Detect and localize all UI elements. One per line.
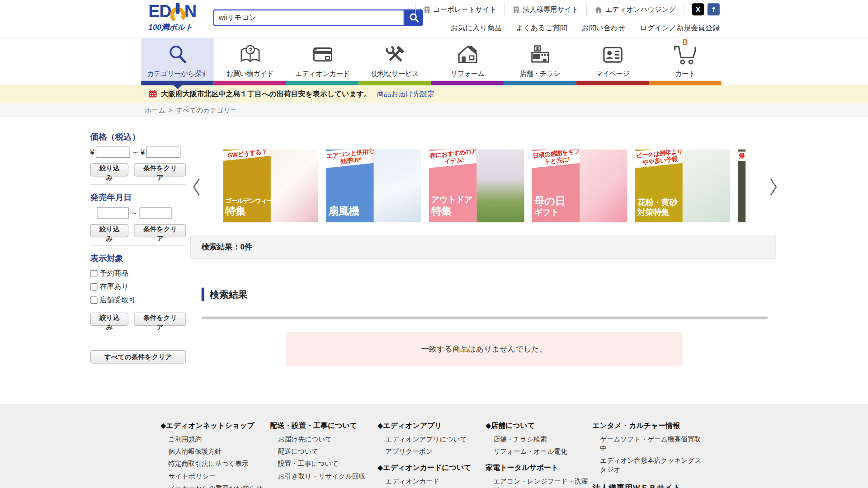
in-stock-checkbox[interactable] xyxy=(90,283,98,290)
footer-link[interactable]: 店舗・チラシ検索 xyxy=(493,435,591,444)
contact-link[interactable]: お問い合わせ xyxy=(581,23,625,33)
search-area xyxy=(213,9,423,26)
footer-link[interactable]: 個人情報保護方針 xyxy=(168,447,266,456)
nav-tab-reform[interactable]: リフォーム xyxy=(431,38,504,85)
nav-label: 店舗・チラシ xyxy=(520,69,560,79)
target-clear-button[interactable]: 条件をクリア xyxy=(134,313,186,326)
checkbox-preorder[interactable]: 予約商品 xyxy=(90,268,186,278)
banner-outdoor[interactable]: 春におすすめのアイテム! アウトドア特集 xyxy=(429,150,524,223)
login-register-link[interactable]: ログイン／新規会員登録 xyxy=(640,23,720,33)
nav-accent-bar xyxy=(431,81,504,85)
footer-link[interactable]: リフォーム・オール電化 xyxy=(493,447,591,456)
main-navigation: カテゴリーから探す ? お買い物ガイド エディオンカード xyxy=(0,38,868,84)
banner-mothers-day[interactable]: 日頃の感謝をギフトと共に! 母の日ギフト xyxy=(532,150,627,223)
price-min-input[interactable] xyxy=(96,146,130,157)
footer-link[interactable]: エディオンカード xyxy=(385,477,480,486)
breadcrumb-home[interactable]: ホーム xyxy=(145,105,165,115)
carousel-prev-arrow[interactable] xyxy=(192,178,201,197)
delivery-notice-text: 大阪府大阪市北区中之島１丁目への出荷目安を表示しています。 xyxy=(161,89,371,99)
release-clear-button[interactable]: 条件をクリア xyxy=(134,224,186,237)
banner-golden-week[interactable]: GWどうする？ ゴールデンウィーク特集 xyxy=(223,150,318,223)
target-filter-button[interactable]: 絞り込み xyxy=(90,313,129,326)
active-tab-pointer xyxy=(173,84,183,89)
footer-column-delivery: 配送・設置・工事について お届け先について 配送について 設置・工事について お… xyxy=(270,421,373,488)
footer-link[interactable]: ゲームソフト・ゲーム機高価買取中 xyxy=(600,435,703,453)
footer-link[interactable]: エディオンアプリについて xyxy=(385,435,480,444)
nav-label: リフォーム xyxy=(451,69,485,79)
preorder-checkbox[interactable] xyxy=(90,270,98,277)
nav-label: カテゴリーから探す xyxy=(147,69,208,79)
nav-tab-services[interactable]: 便利なサービス xyxy=(359,38,431,85)
corporate-site-link[interactable]: コーポレートサイト xyxy=(415,4,505,15)
calendar-photo xyxy=(271,150,318,223)
section-title: 検索結果 xyxy=(210,288,247,300)
delivery-settings-link[interactable]: 商品お届け先設定 xyxy=(377,89,434,99)
release-to-input[interactable] xyxy=(140,207,172,218)
checkbox-label: 在庫あり xyxy=(99,282,128,291)
banner-title: 特集 xyxy=(225,205,270,218)
nav-tab-shopping-guide[interactable]: ? お買い物ガイド xyxy=(214,38,286,85)
search-results-section-header: 検索結果 xyxy=(202,288,248,301)
footer-link[interactable]: メーカーからの重要なお知らせ xyxy=(168,484,266,488)
business-site-link[interactable]: 法人様専用サイト xyxy=(505,4,586,15)
release-from-input[interactable] xyxy=(97,207,129,218)
range-separator: ～ xyxy=(131,208,138,218)
checkbox-label: 店舗受取可 xyxy=(99,295,136,305)
banner-partial[interactable]: 帰 xyxy=(738,150,745,223)
nav-tab-category-search[interactable]: カテゴリーから探す xyxy=(141,38,213,85)
nav-accent-bar xyxy=(504,81,576,85)
nav-tab-mypage[interactable]: マイページ xyxy=(576,38,649,85)
footer-link[interactable]: エアコン・レンジフード・洗濯槽クリーニングサービス xyxy=(493,477,591,488)
store-pickup-checkbox[interactable] xyxy=(90,296,98,304)
price-max-input[interactable] xyxy=(146,146,181,157)
banner-color-panel: GWどうする？ ゴールデンウィーク特集 xyxy=(223,150,270,223)
breadcrumb-separator: > xyxy=(169,106,173,114)
price-clear-button[interactable]: 条件をクリア xyxy=(134,163,186,176)
cart-icon: 0 xyxy=(669,40,701,69)
favorites-link[interactable]: お気に入り商品 xyxy=(451,23,502,33)
nav-label: エディオンカード xyxy=(295,69,349,79)
price-filter-button[interactable]: 絞り込み xyxy=(90,163,129,176)
search-icon xyxy=(165,40,190,69)
footer-link[interactable]: お届け先について xyxy=(278,435,373,444)
store-icon xyxy=(528,40,552,69)
footer-heading: ◆エディオンカードについて xyxy=(377,463,480,473)
release-filter-button[interactable]: 絞り込み xyxy=(90,224,129,237)
footer-link[interactable]: 特定商取引法に基づく表示 xyxy=(168,460,266,469)
footer-link[interactable]: 配送について xyxy=(278,447,373,456)
footer-link[interactable]: サイトポリシー xyxy=(168,472,266,481)
footer-link[interactable]: エディオン倉敷本店クッキングスタジオ xyxy=(600,456,703,474)
carousel-next-arrow[interactable] xyxy=(769,178,778,197)
nav-tab-edion-card[interactable]: エディオンカード xyxy=(286,38,359,85)
banner-pollen[interactable]: ピークは例年よりやや多い予報 花粉・黄砂対策特集 xyxy=(635,150,730,223)
footer-link[interactable]: アプリクーポン xyxy=(385,447,480,456)
nav-label: お買い物ガイド xyxy=(226,69,274,79)
banner-ribbon: エアコンと併用で効率UP! xyxy=(326,150,373,169)
banner-title: 扇風機 xyxy=(328,205,373,218)
cart-count-badge: 0 xyxy=(682,37,688,48)
range-separator: ～ xyxy=(132,147,139,157)
house-icon xyxy=(455,40,480,69)
banner-fans[interactable]: エアコンと併用で効率UP! 扇風機 xyxy=(326,150,421,223)
footer-link[interactable]: お引き取り・リサイクル回収 xyxy=(278,472,373,481)
faq-link[interactable]: よくあるご質問 xyxy=(516,23,567,33)
edion-logo[interactable]: ED N 100満ボルト xyxy=(148,3,196,31)
horizontal-scrollbar[interactable] xyxy=(202,316,768,319)
housing-link[interactable]: エディオンハウジング xyxy=(586,4,684,15)
facebook-icon[interactable]: f xyxy=(708,3,720,15)
x-twitter-icon[interactable]: X xyxy=(692,3,704,15)
footer-link[interactable]: ご利用規約 xyxy=(168,435,266,444)
checkbox-label: 予約商品 xyxy=(99,268,128,278)
building-icon xyxy=(513,6,520,13)
checkbox-in-stock[interactable]: 在庫あり xyxy=(90,282,186,291)
search-input[interactable] xyxy=(213,9,405,26)
search-result-count-bar: 検索結果：0件 xyxy=(190,236,776,259)
tools-icon xyxy=(383,40,407,69)
footer-link[interactable]: 設置・工事について xyxy=(278,460,373,469)
checkbox-store-pickup[interactable]: 店舗受取可 xyxy=(90,295,186,305)
nav-label: マイページ xyxy=(595,69,629,79)
nav-tab-stores[interactable]: 店舗・チラシ xyxy=(504,38,576,85)
clear-all-filters-button[interactable]: すべての条件をクリア xyxy=(90,350,186,363)
building-icon xyxy=(423,6,430,13)
nav-tab-cart[interactable]: 0 カート xyxy=(649,38,721,85)
